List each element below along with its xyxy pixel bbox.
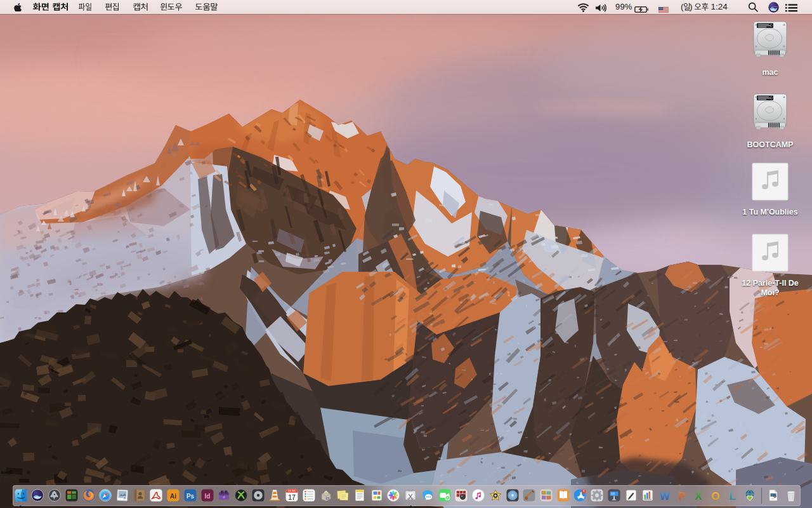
svg-text:Ai: Ai [170, 493, 176, 500]
svg-text:O: O [711, 490, 719, 502]
svg-text:Id: Id [204, 493, 210, 500]
svg-text:W: W [660, 490, 671, 502]
svg-text:Ps: Ps [187, 493, 195, 500]
svg-text:4: 4 [583, 490, 585, 493]
svg-text:L: L [730, 490, 736, 502]
svg-text:P: P [678, 490, 685, 502]
svg-text:17: 17 [288, 493, 296, 501]
svg-text:Q: Q [326, 497, 329, 500]
svg-text:X: X [695, 490, 703, 502]
